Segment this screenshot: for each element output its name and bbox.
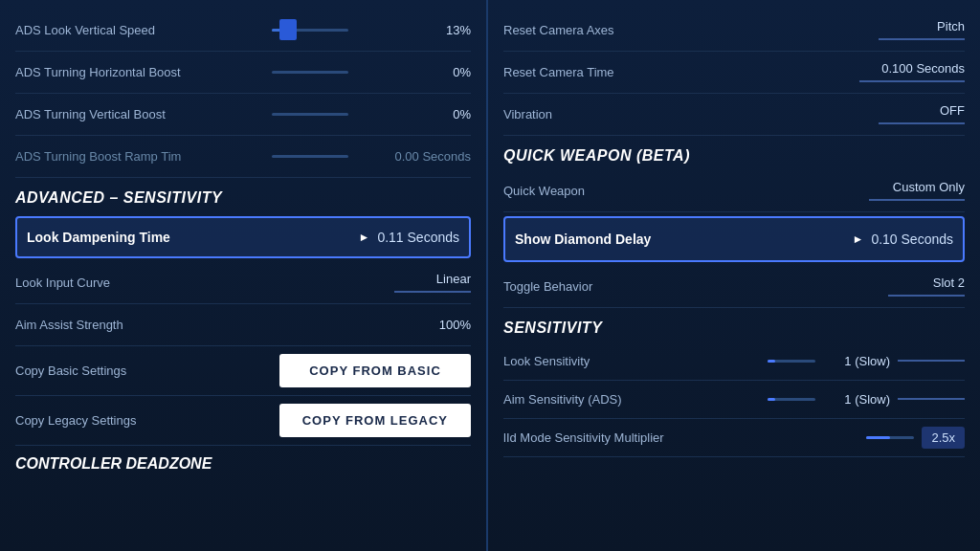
ads-look-vertical-speed-row: ADS Look Vertical Speed 13% xyxy=(15,10,471,52)
input-curve-underline xyxy=(394,291,471,293)
ads-turning-vertical-row: ADS Turning Vertical Boost 0% xyxy=(15,94,471,136)
slider-track xyxy=(272,29,348,32)
reset-camera-time-label: Reset Camera Time xyxy=(503,65,859,79)
right-panel: Reset Camera Axes Pitch Reset Camera Tim… xyxy=(488,0,980,551)
quick-weapon-underline xyxy=(869,199,965,201)
slider-track-3 xyxy=(272,113,348,116)
lid-mode-fill xyxy=(866,436,890,439)
ads-look-vertical-speed-value: 13% xyxy=(356,23,471,37)
ads-turning-boost-ramp-row: ADS Turning Boost Ramp Tim 0.00 Seconds xyxy=(15,136,471,178)
aim-assist-label: Aim Assist Strength xyxy=(15,318,356,332)
toggle-behavior-underline xyxy=(888,295,965,297)
aim-assist-row: Aim Assist Strength 100% xyxy=(15,304,471,346)
look-dampening-row[interactable]: Look Dampening Time ► 0.11 Seconds xyxy=(15,216,471,258)
copy-from-legacy-button[interactable]: COPY FROM LEGACY xyxy=(279,404,471,437)
quick-weapon-value: Custom Only xyxy=(893,180,965,194)
ads-look-vertical-speed-slider[interactable]: 13% xyxy=(272,23,471,37)
ads-turning-horizontal-label: ADS Turning Horizontal Boost xyxy=(15,65,272,79)
ads-turning-vertical-slider[interactable]: 0% xyxy=(272,107,471,121)
look-sens-underline xyxy=(898,360,965,362)
reset-time-underline xyxy=(859,80,965,82)
lid-mode-sensitivity-label: lId Mode Sensitivity Multiplier xyxy=(503,430,866,445)
aim-sensitivity-ads-label: Aim Sensitivity (ADS) xyxy=(503,392,768,407)
look-sensitivity-value-container[interactable]: 1 (Slow) xyxy=(768,354,965,368)
aim-sensitivity-ads-row: Aim Sensitivity (ADS) 1 (Slow) xyxy=(503,381,965,419)
ads-turning-boost-ramp-slider[interactable]: 0.00 Seconds xyxy=(272,149,471,164)
reset-camera-axes-value: Pitch xyxy=(937,19,965,33)
reset-camera-time-row: Reset Camera Time 0.100 Seconds xyxy=(503,52,965,94)
look-sensitivity-slider xyxy=(768,360,815,363)
ads-turning-horizontal-row: ADS Turning Horizontal Boost 0% xyxy=(15,52,471,94)
lid-mode-sensitivity-row: lId Mode Sensitivity Multiplier 2.5x xyxy=(503,419,965,457)
quick-weapon-label: Quick Weapon xyxy=(503,184,869,198)
look-input-curve-label: Look Input Curve xyxy=(15,276,394,290)
lid-mode-sensitivity-value-container[interactable]: 2.5x xyxy=(866,427,965,449)
controller-deadzone-header: CONTROLLER DEADZONE xyxy=(15,446,471,476)
reset-camera-axes-value-block[interactable]: Pitch xyxy=(879,19,965,42)
aim-sens-fill xyxy=(768,398,775,401)
vibration-value-block[interactable]: OFF xyxy=(879,103,965,126)
ads-turning-boost-ramp-label: ADS Turning Boost Ramp Tim xyxy=(15,149,272,164)
ads-turning-horizontal-value: 0% xyxy=(356,65,471,79)
aim-sens-underline xyxy=(898,398,965,400)
look-input-curve-value: Linear xyxy=(436,272,471,286)
toggle-behavior-value: Slot 2 xyxy=(933,276,965,290)
look-input-curve-value-block[interactable]: Linear xyxy=(394,272,471,295)
show-diamond-delay-label: Show Diamond Delay xyxy=(515,231,852,247)
look-sensitivity-row: Look Sensitivity 1 (Slow) xyxy=(503,342,965,381)
show-diamond-value: 0.10 Seconds xyxy=(871,231,953,247)
slider-track-4 xyxy=(272,155,348,158)
look-input-curve-row: Look Input Curve Linear xyxy=(15,262,471,304)
aim-sensitivity-ads-value-container[interactable]: 1 (Slow) xyxy=(768,392,965,407)
vibration-underline xyxy=(879,122,965,124)
reset-camera-axes-label: Reset Camera Axes xyxy=(503,23,879,37)
slider-track-2 xyxy=(272,71,348,74)
sensitivity-header: SENSITIVITY xyxy=(503,308,965,342)
show-diamond-value-container: ► 0.10 Seconds xyxy=(852,231,953,247)
copy-legacy-row: Copy Legacy Settings COPY FROM LEGACY xyxy=(15,396,471,446)
copy-basic-row: Copy Basic Settings COPY FROM BASIC xyxy=(15,346,471,396)
reset-camera-time-value-block[interactable]: 0.100 Seconds xyxy=(859,61,965,84)
ads-turning-vertical-label: ADS Turning Vertical Boost xyxy=(15,107,272,121)
arrow-right-icon: ► xyxy=(358,231,369,244)
vibration-label: Vibration xyxy=(503,107,879,121)
copy-legacy-label: Copy Legacy Settings xyxy=(15,413,279,428)
quick-weapon-row: Quick Weapon Custom Only xyxy=(503,170,965,212)
toggle-behavior-label: Toggle Behavior xyxy=(503,279,888,294)
reset-axes-underline xyxy=(879,38,965,40)
show-diamond-delay-row[interactable]: Show Diamond Delay ► 0.10 Seconds xyxy=(503,216,965,262)
vibration-row: Vibration OFF xyxy=(503,94,965,136)
aim-assist-value: 100% xyxy=(356,318,471,332)
ads-look-vertical-speed-label: ADS Look Vertical Speed xyxy=(15,23,272,37)
reset-camera-axes-row: Reset Camera Axes Pitch xyxy=(503,10,965,52)
look-sensitivity-label: Look Sensitivity xyxy=(503,354,768,368)
lid-mode-sensitivity-value: 2.5x xyxy=(922,427,965,449)
quick-weapon-value-block[interactable]: Custom Only xyxy=(869,180,965,203)
aim-sensitivity-ads-value: 1 (Slow) xyxy=(823,392,890,407)
slider-thumb xyxy=(279,19,297,40)
look-dampening-label: Look Dampening Time xyxy=(27,230,358,245)
left-panel: ADS Look Vertical Speed 13% ADS Turning … xyxy=(0,0,488,551)
look-sensitivity-fill xyxy=(768,360,775,363)
lid-mode-sensitivity-slider xyxy=(866,436,914,439)
vibration-value: OFF xyxy=(940,103,965,118)
toggle-behavior-value-block[interactable]: Slot 2 xyxy=(888,276,965,298)
reset-camera-time-value: 0.100 Seconds xyxy=(881,61,965,76)
advanced-sensitivity-header: ADVANCED – SENSITIVITY xyxy=(15,178,471,212)
quick-weapon-header: QUICK WEAPON (BETA) xyxy=(503,136,965,170)
ads-turning-boost-ramp-value: 0.00 Seconds xyxy=(356,149,471,164)
look-dampening-value: 0.11 Seconds xyxy=(377,230,459,245)
ads-turning-vertical-value: 0% xyxy=(356,107,471,121)
look-sensitivity-value: 1 (Slow) xyxy=(823,354,890,368)
aim-sensitivity-ads-slider xyxy=(768,398,815,401)
copy-from-basic-button[interactable]: COPY FROM BASIC xyxy=(279,354,471,387)
arrow-right-icon-2: ► xyxy=(852,232,863,246)
copy-basic-label: Copy Basic Settings xyxy=(15,364,279,378)
ads-turning-horizontal-slider[interactable]: 0% xyxy=(272,65,471,79)
toggle-behavior-row: Toggle Behavior Slot 2 xyxy=(503,266,965,308)
look-dampening-value-container: ► 0.11 Seconds xyxy=(358,230,459,245)
